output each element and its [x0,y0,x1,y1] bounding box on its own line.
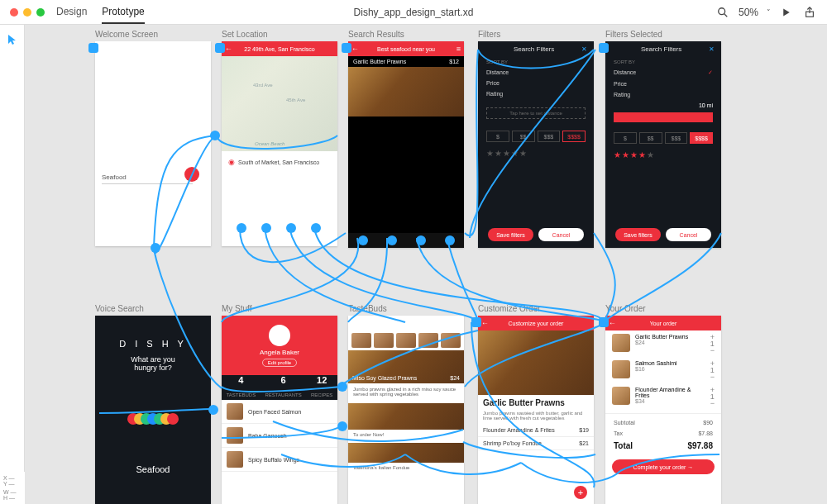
price-tier-3[interactable]: $$$ [665,132,688,144]
story-thumb[interactable] [374,333,394,348]
sort-distance[interactable]: Distance✓ [605,67,721,78]
story-thumb[interactable] [351,333,371,348]
story-thumb[interactable] [418,333,438,348]
wire-anchor[interactable] [286,223,296,233]
artboard-label[interactable]: TasteBuds [348,304,387,313]
feed-dish-image[interactable] [348,443,464,463]
avatar[interactable] [269,325,290,346]
close-window-icon[interactable] [10,8,18,17]
story-thumb[interactable] [396,333,416,348]
artboard-label[interactable]: Welcome Screen [95,30,158,39]
stat-tastebuds[interactable]: 4TASTEBUDS [227,375,256,400]
voice-search-button[interactable] [184,167,199,182]
price-tier-2[interactable]: $$ [639,132,662,144]
artboard-set-location[interactable]: ← 22 49th Ave, San Francisco 43rd Ave 45… [222,41,337,246]
wire-anchor[interactable] [151,243,160,253]
artboard-label[interactable]: My Stuff [222,304,252,313]
sort-price[interactable]: Price [605,78,721,89]
back-arrow-icon[interactable]: ← [609,319,616,327]
price-tier-1[interactable]: $ [614,132,637,144]
search-icon[interactable] [715,5,730,20]
story-thumb[interactable] [441,333,461,348]
sort-price[interactable]: Price [478,78,594,88]
artboard-label[interactable]: Filters Selected [605,30,662,39]
wire-anchor[interactable] [311,223,321,233]
save-filters-button[interactable]: Save filters [488,228,533,241]
artboard-label[interactable]: Set Location [222,30,268,39]
artboard-your-order[interactable]: ← Your order Garlic Butter Prawns$24 +1−… [605,316,721,504]
complete-order-button[interactable]: Complete your order → [612,459,715,474]
artboard-label[interactable]: Voice Search [95,304,144,313]
list-item[interactable]: Spicy Buffalo Wings [222,448,337,472]
addon-option[interactable]: Shrimp Po'boy Fondue$21 [478,437,594,450]
wire-anchor[interactable] [215,43,225,53]
tab-prototype[interactable]: Prototype [102,1,144,24]
minimize-window-icon[interactable] [23,8,31,17]
add-to-order-button[interactable]: + [574,486,587,499]
artboard-my-stuff[interactable]: Angela Baker Edit profile 4TASTEBUDS 6RE… [222,316,337,504]
artboard-label[interactable]: Search Results [348,30,404,39]
cancel-filters-button[interactable]: Cancel [666,228,711,241]
save-filters-button[interactable]: Save filters [615,228,661,241]
price-tier-1[interactable]: $ [486,131,509,142]
wire-anchor[interactable] [237,223,246,233]
tab-anchor[interactable] [416,235,426,245]
wire-anchor[interactable] [599,43,609,53]
quantity-stepper[interactable]: +1− [710,360,715,380]
cancel-filters-button[interactable]: Cancel [538,228,584,241]
map-view[interactable]: 43rd Ave 45th Ave Ocean Beach [222,56,337,151]
share-icon[interactable] [802,5,817,20]
pointer-tool-icon[interactable] [6,33,19,46]
tab-anchor[interactable] [445,235,455,245]
sort-rating[interactable]: Rating [478,88,594,99]
artboard-customize[interactable]: ← Customize your order Garlic Butter Pra… [478,316,594,504]
artboard-search-results[interactable]: ← Best seafood near you ≡ Garlic Butter … [348,41,464,248]
stat-recipes[interactable]: 12RECIPES [311,375,332,400]
quantity-stepper[interactable]: +1− [710,334,715,354]
stat-restaurants[interactable]: 6RESTAURANTS [265,375,301,400]
dish-image[interactable] [348,67,464,116]
tab-anchor[interactable] [387,235,397,245]
close-icon[interactable]: ✕ [709,45,715,53]
sort-rating[interactable]: Rating [605,89,721,100]
prototype-canvas[interactable]: Welcome Screen Set Location Search Resul… [25,25,827,504]
artboard-filters[interactable]: . Search Filters ✕ SORT BY Distance Pric… [478,41,594,248]
zoom-level[interactable]: 50% [739,7,758,18]
back-arrow-icon[interactable]: ← [351,45,359,53]
wire-anchor[interactable] [471,317,481,327]
wire-anchor[interactable] [208,405,218,415]
zoom-chevron-icon[interactable]: ˅ [767,8,771,17]
result-item-name[interactable]: Garlic Butter Prawns [353,59,406,64]
order-line-item[interactable]: Flounder Amandine & Frites$34 +1− [605,383,721,410]
price-tier-3[interactable]: $$$ [538,131,561,142]
artboard-welcome[interactable]: Seafood [95,41,211,246]
rating-stars[interactable]: ★★★★★ [478,145,594,161]
filter-icon[interactable]: ≡ [457,45,461,53]
wire-anchor[interactable] [210,131,220,140]
wire-anchor[interactable] [337,382,347,392]
price-tier-2[interactable]: $$ [512,131,535,142]
sort-distance[interactable]: Distance [478,67,594,78]
address-field[interactable]: 22 49th Ave, San Francisco [244,46,314,52]
artboard-label[interactable]: Filters [478,30,500,39]
artboard-tastebuds[interactable]: Miso Soy Glazed Prawns $24 Jumbo prawns … [348,316,464,504]
tab-design[interactable]: Design [56,1,87,24]
close-icon[interactable]: ✕ [581,45,587,53]
distance-slider[interactable] [614,112,713,122]
edit-profile-button[interactable]: Edit profile [262,359,297,367]
price-tier-4[interactable]: $$$$ [562,131,586,142]
tab-anchor[interactable] [358,235,368,245]
order-line-item[interactable]: Garlic Butter Prawns$24 +1− [605,330,721,357]
home-anchor-icon[interactable] [88,43,98,53]
artboard-filters-selected[interactable]: . Search Filters ✕ SORT BY Distance✓ Pri… [605,41,721,248]
wire-anchor[interactable] [599,317,609,327]
feed-dish-image[interactable] [348,403,464,430]
wire-anchor[interactable] [261,223,271,233]
distance-slider-hint[interactable]: Tap here to set distance [486,107,586,119]
artboard-voice-search[interactable]: D I S H Y What are you hungry for? Seafo… [95,316,211,504]
list-item[interactable]: Baba Ganoush [222,424,337,448]
back-arrow-icon[interactable]: ← [481,319,489,327]
wire-anchor[interactable] [342,43,351,53]
feed-dish-image[interactable]: Miso Soy Glazed Prawns $24 [348,350,464,383]
quantity-stepper[interactable]: +1− [710,387,715,407]
